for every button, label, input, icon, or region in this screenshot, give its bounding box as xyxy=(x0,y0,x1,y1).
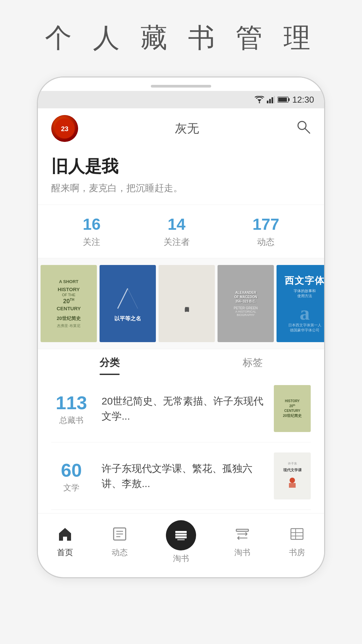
phone-frame: 12:30 23 灰无 旧人是我 醒来啊，麦克白，把沉睡赶走。 xyxy=(37,76,325,578)
speaker-bar xyxy=(151,85,211,88)
tab-bar: 分类 标签 xyxy=(38,349,324,375)
svg-point-16 xyxy=(290,478,295,483)
nav-activity[interactable]: 动态 xyxy=(112,527,128,558)
tab-tag[interactable]: 标签 xyxy=(181,356,324,375)
status-icons: 12:30 xyxy=(255,95,314,105)
search-button[interactable] xyxy=(296,119,311,138)
stat-activity-label: 动态 xyxy=(257,236,275,248)
svg-marker-18 xyxy=(59,528,71,541)
profile-section: 旧人是我 醒来啊，麦克白，把沉睡赶走。 xyxy=(38,149,324,205)
nav-library[interactable]: 书房 xyxy=(289,527,305,558)
svg-rect-3 xyxy=(269,99,271,103)
svg-rect-2 xyxy=(267,101,268,103)
stat-followers-number: 14 xyxy=(168,215,185,233)
library-icon xyxy=(290,527,304,544)
page-title: 个 人 藏 书 管 理 xyxy=(45,20,317,56)
book-cover-1[interactable]: A SHORT HISTORY OF THE 20TH CENTURY 20世纪… xyxy=(41,265,97,342)
cat-literature-description: 许子东现代文学课、繁花、孤独六讲、李敖... xyxy=(102,461,264,491)
svg-line-12 xyxy=(305,128,310,133)
book-cover-5[interactable]: 西文字体 字体的故事和使用方法 a 日本西文字体第一人德国豪华字体公司 xyxy=(277,265,324,342)
discover-icon xyxy=(166,520,196,550)
category-item-literature[interactable]: 60 文学 许子东现代文学课、繁花、孤独六讲、李敖... 许子东 现代文学课 xyxy=(51,442,311,510)
wifi-icon xyxy=(255,96,264,103)
svg-rect-24 xyxy=(175,536,187,538)
nav-swap[interactable]: 淘书 xyxy=(234,527,250,558)
nav-home-label: 首页 xyxy=(57,547,73,558)
cat-total-description: 20世纪简史、无常素描、许子东现代文学... xyxy=(102,393,264,424)
svg-rect-26 xyxy=(177,539,185,540)
signal-icon xyxy=(267,96,275,103)
tab-category[interactable]: 分类 xyxy=(38,356,181,375)
svg-rect-29 xyxy=(291,529,303,539)
category-list: 113 总藏书 20世纪简史、无常素描、许子东现代文学... HISTORY20… xyxy=(38,375,324,510)
cat-total-number: 113 总藏书 xyxy=(51,392,92,426)
battery-icon xyxy=(278,97,290,103)
search-icon xyxy=(296,119,311,134)
book-cover-3[interactable]: 马克斯的告别宴 xyxy=(159,265,215,342)
svg-rect-4 xyxy=(272,97,273,103)
nav-library-label: 书房 xyxy=(289,547,305,558)
svg-rect-17 xyxy=(289,483,296,488)
stat-followers-label: 关注者 xyxy=(164,236,190,248)
profile-bio: 醒来啊，麦克白，把沉睡赶走。 xyxy=(51,182,311,195)
stat-activity[interactable]: 177 动态 xyxy=(252,215,279,248)
status-time: 12:30 xyxy=(292,95,314,105)
book-strip: A SHORT HISTORY OF THE 20TH CENTURY 20世纪… xyxy=(38,258,324,349)
cat-literature-number: 60 文学 xyxy=(51,459,92,493)
book-cover-4[interactable]: ALEXANDEROF MACEDON356–323 B.C. PETER GR… xyxy=(218,265,274,342)
nav-swap-label: 淘书 xyxy=(234,547,250,558)
nav-discover[interactable]: 淘书 xyxy=(166,520,196,564)
svg-rect-23 xyxy=(175,534,187,536)
svg-text:23: 23 xyxy=(61,125,68,132)
swap-icon xyxy=(235,527,250,544)
nav-activity-label: 动态 xyxy=(112,547,128,558)
stat-following-label: 关注 xyxy=(83,236,100,248)
svg-point-1 xyxy=(259,102,260,103)
nav-home[interactable]: 首页 xyxy=(57,527,73,558)
home-icon xyxy=(58,527,72,544)
stat-followers[interactable]: 14 关注者 xyxy=(164,215,190,248)
phone-speaker xyxy=(38,77,324,91)
stat-activity-number: 177 xyxy=(252,215,279,233)
stat-following-number: 16 xyxy=(83,215,101,233)
svg-rect-28 xyxy=(236,529,248,531)
book-cover-2[interactable]: 以平等之名 xyxy=(100,265,156,342)
svg-rect-7 xyxy=(288,98,290,101)
app-header: 23 灰无 xyxy=(38,108,324,149)
category-item-total[interactable]: 113 总藏书 20世纪简史、无常素描、许子东现代文学... HISTORY20… xyxy=(51,375,311,442)
cat-literature-thumb: 许子东 现代文学课 xyxy=(274,452,311,499)
profile-name: 旧人是我 xyxy=(51,155,311,178)
header-app-name: 灰无 xyxy=(175,120,199,137)
avatar-image: 23 xyxy=(51,115,78,142)
stat-following[interactable]: 16 关注 xyxy=(83,215,101,248)
status-bar: 12:30 xyxy=(38,91,324,108)
svg-rect-8 xyxy=(278,98,287,102)
bottom-nav: 首页 动态 xyxy=(38,513,324,571)
nav-discover-label: 淘书 xyxy=(173,553,189,564)
svg-rect-25 xyxy=(175,531,187,533)
stats-row: 16 关注 14 关注者 177 动态 xyxy=(38,205,324,258)
activity-icon xyxy=(112,527,127,544)
svg-marker-0 xyxy=(257,99,261,102)
svg-rect-5 xyxy=(274,96,275,103)
avatar[interactable]: 23 xyxy=(51,115,78,142)
cat-total-thumb: HISTORY20thCENTURY20世纪简史 xyxy=(274,385,311,432)
